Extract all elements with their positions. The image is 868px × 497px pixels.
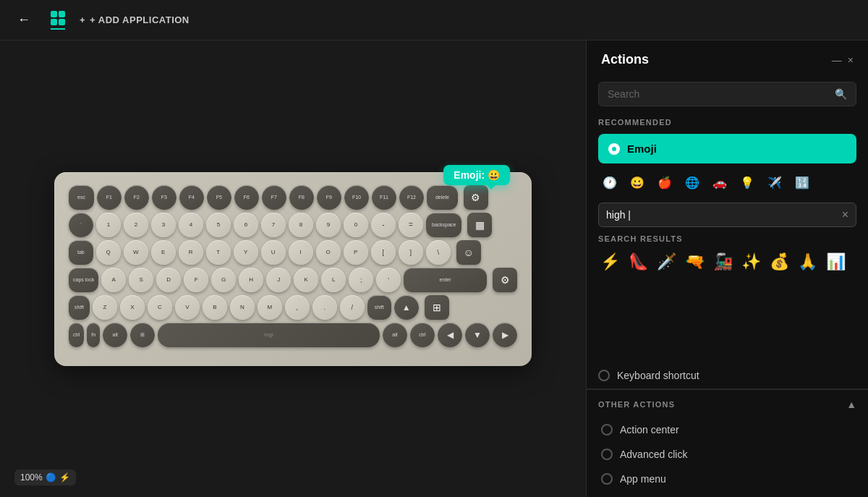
key-backslash[interactable]: \ — [426, 240, 451, 265]
key-g[interactable]: G — [211, 268, 236, 292]
key-h[interactable]: H — [239, 268, 263, 292]
emoji-result-pray[interactable]: 🙏 — [796, 250, 820, 273]
emoji-result-lightning[interactable]: ⚡ — [598, 250, 622, 273]
key-j[interactable]: J — [266, 268, 291, 292]
emoji-selected-item[interactable]: Emoji — [598, 134, 856, 163]
macro-key-5[interactable]: ⊞ — [425, 295, 449, 320]
key-f9[interactable]: F9 — [317, 185, 341, 210]
key-o[interactable]: O — [316, 240, 341, 265]
macro-key-4[interactable]: ⚙ — [493, 268, 517, 292]
key-f10[interactable]: F10 — [344, 185, 369, 210]
macro-key-1[interactable]: ⚙ — [464, 185, 488, 210]
key-minus[interactable]: - — [371, 213, 396, 237]
key-l[interactable]: L — [321, 268, 346, 292]
key-z[interactable]: Z — [93, 295, 117, 320]
key-i[interactable]: I — [289, 240, 313, 265]
key-a[interactable]: A — [101, 268, 126, 292]
key-2[interactable]: 2 — [124, 213, 148, 237]
key-f6[interactable]: F6 — [234, 185, 259, 210]
action-item-advanced-click[interactable]: Advanced click — [598, 442, 856, 467]
key-alt-l[interactable]: alt — [103, 323, 127, 347]
key-downarrow[interactable]: ▼ — [465, 323, 490, 347]
cat-globe[interactable]: 🚗 — [708, 171, 731, 194]
key-x[interactable]: X — [120, 295, 145, 320]
key-n[interactable]: N — [230, 295, 255, 320]
key-tab[interactable]: tab — [69, 240, 93, 265]
cat-apple[interactable]: 🌐 — [681, 171, 704, 194]
cat-car[interactable]: 💡 — [736, 171, 759, 194]
key-e[interactable]: E — [151, 240, 176, 265]
key-lshift[interactable]: shift — [69, 295, 90, 320]
key-fn[interactable]: fn — [87, 323, 100, 347]
key-5[interactable]: 5 — [206, 213, 231, 237]
key-0[interactable]: 0 — [344, 213, 368, 237]
back-button[interactable]: ← — [12, 9, 36, 30]
search-input[interactable] — [608, 88, 829, 100]
emoji-search-input[interactable] — [606, 209, 838, 221]
key-9[interactable]: 9 — [316, 213, 341, 237]
key-rbracket[interactable]: ] — [399, 240, 423, 265]
key-leftarrow[interactable]: ◀ — [438, 323, 462, 347]
key-f12[interactable]: F12 — [399, 185, 424, 210]
key-rshift[interactable]: shift — [367, 295, 391, 320]
key-f5[interactable]: F5 — [207, 185, 231, 210]
key-enter[interactable]: enter — [404, 268, 487, 292]
macro-key-3[interactable]: ☺ — [456, 240, 481, 265]
cat-face[interactable]: 😀 — [626, 171, 649, 194]
key-lbracket[interactable]: [ — [371, 240, 396, 265]
key-lctrl[interactable]: ctrl — [69, 323, 84, 347]
key-s[interactable]: S — [129, 268, 153, 292]
emoji-result-heel[interactable]: 👠 — [626, 250, 650, 273]
emoji-result-train[interactable]: 🚂 — [711, 250, 735, 273]
key-backtick[interactable]: ` — [69, 213, 93, 237]
key-quote[interactable]: ' — [376, 268, 401, 292]
key-f2[interactable]: F2 — [124, 185, 149, 210]
key-alt-r[interactable]: alt — [383, 323, 407, 347]
key-p[interactable]: P — [344, 240, 368, 265]
macro-key-2[interactable]: ▦ — [467, 213, 492, 237]
key-d[interactable]: D — [156, 268, 181, 292]
key-rctrl[interactable]: ctrl — [410, 323, 435, 347]
emoji-result-money[interactable]: 💰 — [767, 250, 791, 273]
key-b[interactable]: B — [203, 295, 227, 320]
key-delete[interactable]: delete — [427, 185, 458, 210]
key-k[interactable]: K — [294, 268, 318, 292]
key-period[interactable]: . — [312, 295, 337, 320]
key-c[interactable]: C — [148, 295, 172, 320]
key-space[interactable]: logi — [158, 323, 380, 347]
cat-clock[interactable]: 🕐 — [598, 171, 621, 194]
key-v[interactable]: V — [175, 295, 200, 320]
key-meta[interactable]: ⊞ — [130, 323, 155, 347]
close-button[interactable]: × — [848, 54, 854, 66]
key-1[interactable]: 1 — [96, 213, 121, 237]
key-esc[interactable]: esc — [69, 185, 94, 210]
cat-nature[interactable]: 🍎 — [653, 171, 676, 194]
cat-lightbulb[interactable]: ✈️ — [763, 171, 786, 194]
emoji-result-gun[interactable]: 🔫 — [683, 250, 707, 273]
key-rightarrow[interactable]: ▶ — [493, 323, 517, 347]
key-w[interactable]: W — [124, 240, 148, 265]
key-backspace[interactable]: backspace — [426, 213, 461, 237]
key-uparrow[interactable]: ▲ — [394, 295, 419, 320]
key-y[interactable]: Y — [234, 240, 258, 265]
keyboard-shortcut-row[interactable]: Keyboard shortcut — [587, 362, 868, 389]
key-6[interactable]: 6 — [234, 213, 258, 237]
key-f3[interactable]: F3 — [152, 185, 176, 210]
key-f4[interactable]: F4 — [179, 185, 204, 210]
key-equals[interactable]: = — [399, 213, 423, 237]
emoji-search-clear-button[interactable]: × — [842, 208, 848, 221]
key-slash[interactable]: / — [340, 295, 365, 320]
key-4[interactable]: 4 — [179, 213, 203, 237]
key-f8[interactable]: F8 — [289, 185, 314, 210]
key-semicolon[interactable]: ; — [349, 268, 373, 292]
emoji-result-dagger[interactable]: 🗡️ — [655, 250, 678, 273]
minimize-button[interactable]: — — [832, 54, 842, 66]
key-f[interactable]: F — [184, 268, 208, 292]
collapse-button[interactable]: ▲ — [846, 399, 856, 410]
key-8[interactable]: 8 — [289, 213, 313, 237]
key-f7[interactable]: F7 — [262, 185, 286, 210]
key-m[interactable]: M — [258, 295, 282, 320]
key-f11[interactable]: F11 — [372, 185, 396, 210]
key-f1[interactable]: F1 — [97, 185, 122, 210]
key-q[interactable]: Q — [96, 240, 121, 265]
